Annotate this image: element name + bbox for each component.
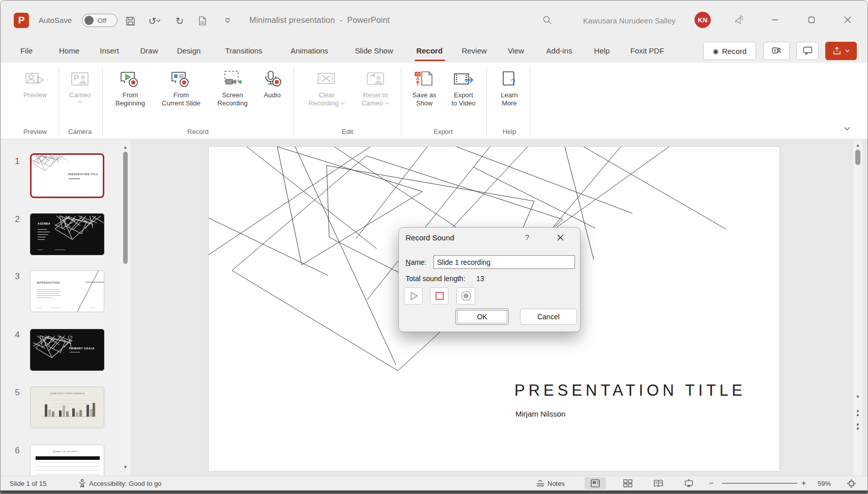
tab-add-ins[interactable]: Add-ins (543, 44, 575, 57)
tab-home[interactable]: Home (56, 44, 82, 57)
search-button[interactable] (540, 13, 554, 27)
thumb-number-1: 1 (12, 156, 23, 167)
scrollbar-thumb[interactable] (123, 152, 128, 264)
slide-thumbnail-5[interactable]: QUARTERLY PERFORMANCE (30, 387, 104, 428)
slide-indicator[interactable]: Slide 1 of 15 (10, 476, 46, 490)
customize-qat-button[interactable] (220, 14, 235, 28)
tab-design[interactable]: Design (174, 44, 204, 57)
group-label-camera: Camera (68, 128, 92, 135)
autosave-state: Off (98, 17, 106, 24)
tab-draw[interactable]: Draw (137, 44, 161, 57)
thumbnail-scrollbar[interactable]: ▲ ▼ (122, 140, 129, 476)
slide-title[interactable]: PRESENTATION TITLE (514, 381, 746, 400)
scroll-up-icon[interactable]: ▲ (122, 144, 129, 151)
teams-share-button[interactable] (763, 42, 790, 60)
tab-transitions[interactable]: Transitions (222, 44, 266, 57)
play-sound-button[interactable] (404, 287, 423, 305)
slide-sorter-view-button[interactable] (617, 477, 639, 489)
tab-file[interactable]: File (17, 44, 36, 57)
chevron-down-icon (78, 100, 82, 103)
powerpoint-logo-icon: P (14, 13, 29, 28)
avatar[interactable]: KN (695, 12, 711, 28)
dialog-close-button[interactable] (552, 230, 569, 244)
preview-icon (24, 70, 46, 90)
zoom-out-button[interactable]: − (709, 476, 713, 490)
comments-button[interactable] (796, 42, 819, 60)
collapse-ribbon-button[interactable] (844, 124, 850, 133)
ribbon-tab-row: File Home Insert Draw Design Transitions… (1, 39, 868, 63)
audio-button[interactable]: Audio (258, 68, 286, 99)
status-bar: Slide 1 of 15 Accessibility: Good to go … (1, 476, 868, 490)
slide-sorter-icon (623, 479, 632, 487)
notes-toggle-button[interactable]: Notes (536, 476, 565, 490)
scroll-down-icon[interactable]: ▼ (853, 393, 862, 400)
canvas-scrollbar[interactable]: ▲ ▼ ▲▲ ▼▼ (853, 140, 862, 476)
share-icon (832, 46, 842, 56)
learn-more-button[interactable]: ? LearnMore (492, 68, 527, 107)
next-slide-button[interactable]: ▼▼ (853, 423, 862, 430)
tab-review[interactable]: Review (458, 44, 489, 57)
tab-record[interactable]: Record (413, 44, 446, 57)
tab-view[interactable]: View (505, 44, 527, 57)
tab-slide-show[interactable]: Slide Show (352, 44, 396, 57)
stop-sound-button[interactable] (430, 287, 449, 305)
thumbnail-line-art (63, 271, 104, 312)
feedback-button[interactable] (732, 13, 746, 27)
scroll-down-icon[interactable]: ▼ (122, 463, 129, 471)
slide-thumbnail-2[interactable]: AGENDA (30, 213, 104, 255)
scrollbar-thumb[interactable] (855, 150, 860, 165)
maximize-button[interactable] (803, 12, 820, 28)
save-button[interactable] (123, 14, 137, 28)
record-icon (460, 290, 472, 301)
slide-thumbnail-1[interactable]: PRESENTATION TITLE (30, 153, 104, 198)
redo-button[interactable]: ↻ (172, 14, 187, 28)
tab-animations[interactable]: Animations (287, 44, 331, 57)
fit-slide-to-window-button[interactable] (841, 477, 861, 489)
minimize-button[interactable] (766, 12, 784, 28)
dialog-help-button[interactable]: ? (522, 233, 532, 241)
slide-thumbnail-6[interactable]: AREAS OF GROWTH (30, 445, 104, 476)
close-button[interactable] (839, 12, 856, 28)
autosave-toggle[interactable]: Off (82, 14, 118, 27)
zoom-level[interactable]: 59% (818, 476, 831, 490)
slide-show-view-button[interactable] (678, 477, 700, 489)
group-label-export: Export (433, 128, 453, 135)
slide-thumbnail-4[interactable]: PRIMARY GOALS (30, 329, 104, 371)
undo-icon: ↺ (149, 15, 157, 27)
ok-button[interactable]: OK (455, 309, 509, 325)
tab-foxit-pdf[interactable]: Foxit PDF (627, 44, 668, 57)
megaphone-icon (734, 14, 745, 25)
zoom-in-button[interactable]: + (801, 476, 806, 490)
learn-more-icon: ? (499, 70, 520, 90)
undo-button[interactable]: ↺ (144, 14, 165, 28)
share-button[interactable] (825, 42, 857, 60)
save-as-show-button[interactable]: Save asShow (406, 68, 443, 107)
slide-subtitle[interactable]: Mirjam Nilsson (515, 409, 565, 418)
record-from-current-slide-button[interactable]: FromCurrent Slide (154, 68, 208, 107)
record-presentation-button[interactable]: ◉ Record (703, 42, 756, 60)
minimize-icon (771, 16, 778, 23)
sound-name-input[interactable] (433, 255, 575, 269)
scroll-up-icon[interactable]: ▲ (853, 142, 862, 149)
cameo-button: Cameo (64, 68, 96, 103)
reading-view-button[interactable] (648, 477, 669, 489)
previous-slide-button[interactable]: ▲▲ (853, 408, 862, 416)
comment-icon (803, 46, 813, 56)
thumb-number-5: 5 (12, 388, 23, 398)
zoom-slider-track[interactable] (722, 483, 797, 484)
record-sound-button[interactable] (456, 287, 475, 305)
record-from-beginning-button[interactable]: FromBeginning (108, 68, 152, 107)
slide-thumbnail-3[interactable]: INTRODUCTION (30, 270, 104, 312)
maximize-icon (808, 16, 815, 23)
accessibility-status[interactable]: Accessibility: Good to go (78, 476, 161, 490)
slide-show-icon (684, 479, 693, 487)
cancel-button[interactable]: Cancel (520, 309, 577, 325)
normal-view-button[interactable] (585, 477, 606, 489)
tab-insert[interactable]: Insert (97, 44, 122, 57)
thumbnail-title: PRESENTATION TITLE (68, 173, 98, 176)
chevron-down-icon (385, 102, 389, 105)
tab-help[interactable]: Help (591, 44, 613, 57)
screen-recording-button[interactable]: ScreenRecording (210, 68, 255, 107)
pdf-tool-button[interactable] (195, 14, 209, 28)
export-to-video-button[interactable]: Exportto Video (445, 68, 482, 107)
